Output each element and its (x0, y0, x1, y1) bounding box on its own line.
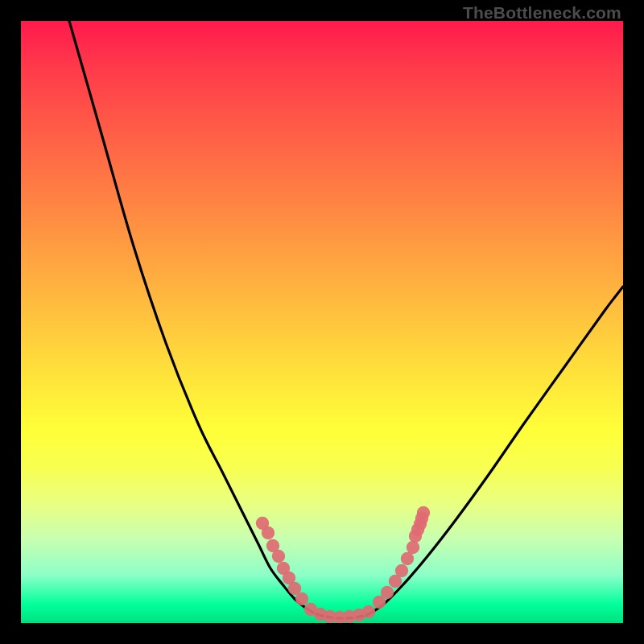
data-dot (272, 550, 285, 563)
data-dot (295, 592, 308, 605)
data-dot (381, 586, 394, 599)
chart-frame: TheBottleneck.com (0, 0, 644, 644)
data-dot (401, 552, 414, 565)
data-dot (362, 605, 375, 618)
watermark-text: TheBottleneck.com (463, 3, 621, 23)
bottleneck-curve (69, 21, 623, 618)
curves-svg (21, 21, 623, 623)
plot-area (21, 21, 623, 623)
data-dot (262, 526, 275, 539)
data-dot (395, 564, 408, 577)
data-dot (407, 541, 419, 554)
data-dot (417, 506, 430, 519)
data-dots (256, 506, 430, 623)
